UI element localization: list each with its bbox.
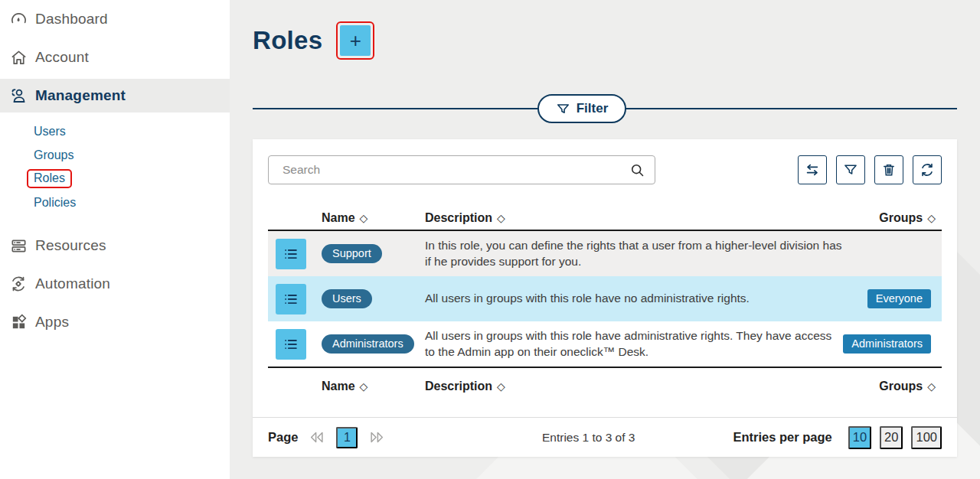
filter-table-button[interactable] (836, 155, 865, 184)
list-icon (283, 246, 299, 262)
filter-button-label: Filter (577, 101, 609, 116)
gauge-icon (9, 10, 28, 28)
table-toolbar (798, 155, 942, 184)
table-row-users[interactable]: Users All users in groups with this role… (268, 276, 942, 321)
column-label: Description (425, 211, 492, 225)
sidebar-item-label: Automation (35, 275, 110, 292)
column-header-name[interactable]: Name ◇ (322, 211, 368, 225)
role-name-badge[interactable]: Administrators (322, 334, 414, 354)
page-title: Roles (253, 26, 322, 55)
column-label: Groups (879, 380, 923, 393)
sidebar-item-users[interactable]: Users (0, 119, 230, 143)
refresh-button[interactable] (913, 155, 942, 184)
filter-button[interactable]: Filter (537, 94, 627, 123)
sidebar-item-management[interactable]: Management (0, 79, 230, 112)
add-role-button[interactable]: + (340, 25, 371, 56)
home-icon (9, 48, 28, 67)
double-chevron-right-icon (368, 431, 385, 444)
annotation-box-add-button: + (336, 21, 374, 60)
column-header-groups[interactable]: Groups ◇ (879, 211, 936, 225)
per-page-option-20[interactable]: 20 (880, 426, 903, 449)
table-body: Support In this role, you can define the… (268, 230, 942, 368)
sidebar-item-label: Management (35, 87, 126, 104)
sort-icon[interactable]: ◇ (497, 380, 505, 393)
roles-table-card: Name ◇ Description ◇ Groups ◇ (253, 139, 957, 457)
sidebar-item-label: Dashboard (35, 11, 108, 28)
list-icon (283, 291, 299, 308)
column-header-description[interactable]: Description ◇ (425, 211, 505, 225)
sidebar-item-label: Resources (35, 237, 106, 254)
sort-icon[interactable]: ◇ (360, 212, 368, 224)
page-label: Page (268, 430, 298, 445)
sidebar-item-label[interactable]: Users (34, 125, 66, 138)
sidebar-item-label[interactable]: Roles (34, 171, 65, 184)
sidebar-item-policies[interactable]: Policies (0, 191, 230, 214)
sort-icon[interactable]: ◇ (360, 380, 368, 393)
column-label: Name (322, 380, 355, 393)
sidebar-item-account[interactable]: Account (0, 38, 230, 77)
funnel-icon (843, 162, 858, 178)
main-content: Roles + Filter (230, 0, 980, 479)
table-row-administrators[interactable]: Administrators All users in groups with … (268, 321, 942, 367)
group-badge[interactable]: Everyone (867, 289, 931, 308)
automation-icon (9, 275, 28, 293)
table-footer-header: Name ◇ Description ◇ Groups ◇ (268, 375, 942, 398)
column-label: Description (425, 380, 492, 393)
role-description: All users in groups with this role have … (425, 291, 842, 307)
list-icon (283, 336, 299, 353)
delete-button[interactable] (874, 155, 903, 184)
page-header: Roles + (253, 21, 374, 60)
management-submenu: Users Groups Roles Policies (0, 115, 230, 220)
pagination-bar: Page 1 (253, 417, 957, 457)
next-page-button[interactable] (368, 431, 385, 444)
column-header-name[interactable]: Name ◇ (322, 380, 368, 393)
magnifier-icon (629, 162, 645, 178)
refresh-icon (919, 161, 936, 178)
funnel-icon (556, 102, 570, 116)
sidebar-item-label: Apps (35, 314, 69, 331)
previous-page-button[interactable] (309, 431, 325, 444)
search-input[interactable] (283, 163, 629, 177)
table-row-support[interactable]: Support In this role, you can define the… (268, 231, 942, 276)
sidebar-item-label[interactable]: Groups (34, 148, 74, 162)
sidebar-item-groups[interactable]: Groups (0, 143, 230, 167)
people-icon (9, 86, 28, 105)
sidebar-item-automation[interactable]: Automation (0, 265, 230, 303)
row-detail-button[interactable] (276, 329, 306, 360)
apps-icon (9, 313, 28, 331)
group-badge[interactable]: Administrators (843, 334, 931, 354)
row-detail-button[interactable] (276, 239, 306, 269)
column-header-description[interactable]: Description ◇ (425, 380, 505, 393)
app-window: Dashboard Account Management Use (0, 0, 980, 479)
role-name-badge[interactable]: Support (322, 244, 382, 263)
role-description: All users in groups with this role have … (425, 328, 842, 360)
per-page-option-10[interactable]: 10 (848, 426, 871, 449)
sidebar-item-roles[interactable]: Roles (0, 167, 230, 191)
swap-columns-button[interactable] (798, 155, 827, 184)
role-description: In this role, you can define the rights … (425, 238, 842, 270)
sort-icon[interactable]: ◇ (927, 212, 936, 224)
annotation-box-roles: Roles (27, 169, 72, 188)
table-header: Name ◇ Description ◇ Groups ◇ (268, 207, 942, 230)
sort-icon[interactable]: ◇ (497, 212, 505, 224)
sort-icon[interactable]: ◇ (927, 380, 936, 393)
entries-per-page-label: Entries per page (733, 430, 831, 445)
sidebar-item-label: Account (35, 49, 89, 66)
search-box (268, 155, 655, 184)
sidebar-item-resources[interactable]: Resources (0, 226, 230, 265)
column-label: Name (322, 211, 355, 225)
per-page-option-100[interactable]: 100 (911, 426, 942, 449)
column-header-groups[interactable]: Groups ◇ (879, 380, 936, 393)
role-name-badge[interactable]: Users (322, 289, 372, 308)
sidebar-item-dashboard[interactable]: Dashboard (0, 0, 230, 38)
plus-icon: + (350, 31, 361, 51)
page-number-button[interactable]: 1 (336, 427, 358, 448)
sidebar: Dashboard Account Management Use (0, 0, 230, 479)
sidebar-item-apps[interactable]: Apps (0, 303, 230, 341)
row-detail-button[interactable] (276, 284, 306, 314)
server-icon (9, 236, 28, 255)
column-label: Groups (879, 211, 923, 225)
trash-icon (881, 162, 897, 178)
entries-status-text: Entries 1 to 3 of 3 (444, 431, 733, 445)
sidebar-item-label[interactable]: Policies (34, 196, 76, 210)
